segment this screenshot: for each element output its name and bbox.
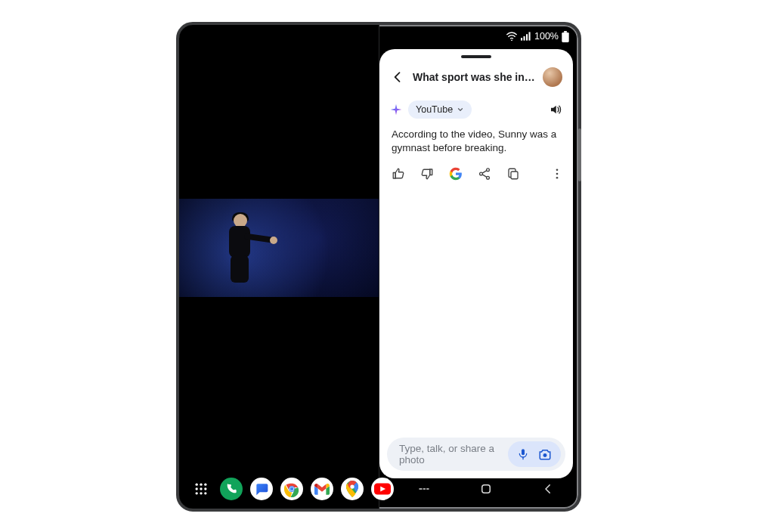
gemini-panel: What sport was she in befo… YouTube Acco… — [379, 49, 573, 478]
nav-back-icon[interactable] — [541, 482, 555, 496]
messages-app-icon[interactable] — [250, 478, 273, 500]
share-icon[interactable] — [478, 167, 491, 181]
svg-point-29 — [204, 492, 206, 494]
svg-rect-1 — [521, 38, 522, 41]
svg-rect-14 — [511, 172, 518, 179]
more-icon[interactable] — [550, 167, 564, 181]
source-chip-label: YouTube — [416, 104, 453, 115]
svg-point-24 — [196, 487, 198, 490]
svg-point-20 — [543, 453, 547, 457]
svg-rect-8 — [430, 169, 432, 175]
svg-rect-18 — [522, 449, 525, 455]
svg-point-17 — [556, 177, 559, 179]
svg-point-33 — [290, 487, 294, 491]
video-frame — [179, 199, 379, 297]
chrome-app-icon[interactable] — [280, 478, 303, 500]
svg-point-27 — [196, 492, 198, 494]
svg-point-25 — [200, 487, 202, 490]
profile-avatar[interactable] — [543, 67, 562, 87]
video-subject-silhouette — [224, 214, 256, 282]
svg-rect-7 — [393, 173, 395, 179]
video-panel[interactable] — [179, 25, 379, 509]
svg-point-23 — [204, 484, 206, 486]
nav-recent-icon[interactable] — [417, 482, 431, 496]
svg-point-10 — [480, 173, 483, 176]
svg-rect-3 — [526, 34, 528, 40]
svg-point-0 — [511, 39, 512, 41]
device-side-button — [578, 128, 581, 181]
svg-point-28 — [200, 492, 202, 494]
query-title: What sport was she in befo… — [413, 71, 535, 83]
thumbs-down-icon[interactable] — [420, 167, 434, 181]
svg-rect-6 — [562, 32, 568, 42]
app-drawer-icon[interactable] — [190, 478, 212, 500]
prompt-input[interactable]: Type, talk, or share a photo — [387, 438, 565, 471]
svg-line-13 — [482, 175, 487, 177]
wifi-icon — [506, 32, 518, 41]
google-search-icon[interactable] — [449, 167, 463, 181]
answer-text: According to the video, Sunny was a gymn… — [379, 123, 573, 162]
camera-icon[interactable] — [538, 448, 552, 460]
svg-rect-40 — [482, 485, 491, 493]
phone-app-icon[interactable] — [220, 478, 243, 500]
thumbs-up-icon[interactable] — [392, 167, 405, 181]
back-icon[interactable] — [390, 70, 405, 85]
copy-icon[interactable] — [506, 167, 520, 181]
nav-home-icon[interactable] — [479, 482, 493, 496]
youtube-app-icon[interactable] — [371, 478, 394, 500]
svg-point-11 — [487, 177, 490, 180]
chevron-down-icon — [457, 106, 464, 113]
battery-icon — [562, 31, 569, 42]
gmail-app-icon[interactable] — [311, 478, 333, 500]
mic-icon[interactable] — [517, 447, 529, 461]
svg-point-26 — [204, 487, 206, 490]
read-aloud-icon[interactable] — [549, 103, 562, 116]
svg-line-12 — [482, 171, 487, 173]
gemini-spark-icon — [390, 104, 402, 116]
svg-point-22 — [200, 484, 202, 486]
battery-pct: 100% — [534, 31, 559, 42]
foldable-device-frame: 15:30 100% — [176, 22, 581, 512]
svg-rect-4 — [529, 32, 531, 40]
signal-icon — [521, 32, 531, 41]
svg-rect-2 — [524, 36, 525, 41]
svg-rect-5 — [564, 31, 567, 32]
svg-point-21 — [196, 484, 198, 486]
maps-app-icon[interactable] — [341, 478, 364, 500]
svg-point-15 — [556, 169, 559, 172]
taskbar — [179, 474, 578, 504]
svg-point-16 — [556, 173, 559, 175]
drag-handle[interactable] — [461, 55, 491, 58]
prompt-placeholder: Type, talk, or share a photo — [399, 443, 502, 466]
svg-point-9 — [487, 169, 490, 172]
source-chip-youtube[interactable]: YouTube — [408, 101, 472, 119]
